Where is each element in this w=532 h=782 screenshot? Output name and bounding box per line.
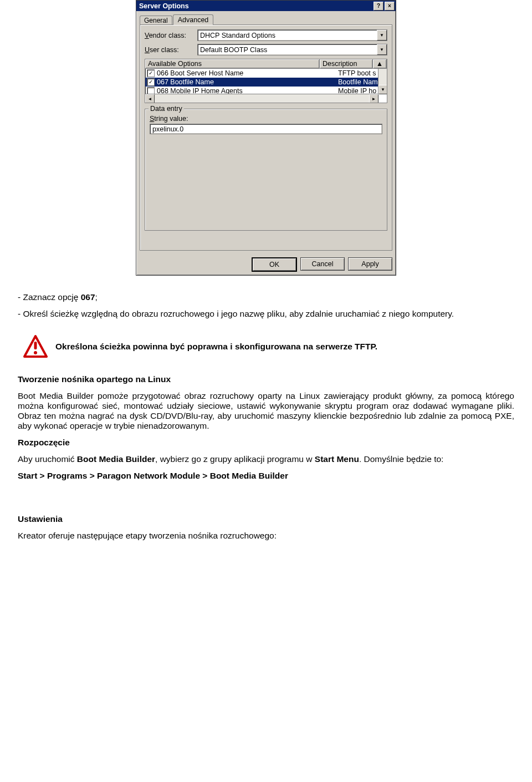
option-label: 067 Bootfile Name xyxy=(157,78,338,86)
string-value-input[interactable]: pxelinux.0 xyxy=(150,124,382,134)
bullet-067: - Zaznacz opcję 067; xyxy=(18,292,514,302)
col-available-options[interactable]: Available Options xyxy=(145,59,320,68)
col-description[interactable]: Description xyxy=(320,59,373,68)
tabs: General Advanced xyxy=(140,14,392,25)
titlebar: Server Options ? × xyxy=(136,1,396,11)
section-title: Tworzenie nośnika opartego na Linux xyxy=(18,374,514,384)
ok-button[interactable]: OK xyxy=(252,257,297,272)
vendor-class-value: DHCP Standard Options xyxy=(200,32,275,39)
help-button[interactable]: ? xyxy=(374,2,383,11)
scroll-down-icon[interactable]: ▼ xyxy=(378,85,387,94)
section-paragraph: Boot Media Builder pomoże przygotować ob… xyxy=(18,391,514,431)
server-options-dialog: Server Options ? × General Advanced Vend… xyxy=(136,0,396,276)
rozpoczecie-heading: Rozpoczęcie xyxy=(18,438,514,448)
window-title: Server Options xyxy=(139,2,372,10)
user-class-combo[interactable]: Default BOOTP Class ▼ xyxy=(197,44,387,55)
start-menu-path: Start > Programs > Paragon Network Modul… xyxy=(18,471,514,481)
horizontal-scrollbar[interactable]: ◄ ► xyxy=(145,94,378,103)
warning-callout: Określona ścieżka powinna być poprawna i… xyxy=(23,334,514,359)
scroll-right-icon[interactable]: ► xyxy=(369,94,378,103)
data-entry-title: Data entry xyxy=(149,105,184,113)
svg-point-2 xyxy=(34,351,37,354)
apply-button[interactable]: Apply xyxy=(348,257,392,271)
available-options-list[interactable]: Available Options Description ▲ 066 Boot… xyxy=(145,59,387,103)
warning-text: Określona ścieżka powinna być poprawna i… xyxy=(55,342,514,352)
tab-advanced[interactable]: Advanced xyxy=(173,14,214,25)
option-row-066[interactable]: 066 Boot Server Host Name TFTP boot s xyxy=(145,69,387,78)
option-label: 066 Boot Server Host Name xyxy=(157,69,338,77)
svg-rect-1 xyxy=(34,342,37,349)
user-class-label: User class: xyxy=(145,46,197,54)
cancel-button[interactable]: Cancel xyxy=(300,257,345,271)
chevron-down-icon[interactable]: ▼ xyxy=(377,30,387,40)
bullet-path: - Określ ścieżkę względną do obrazu rozr… xyxy=(18,309,514,319)
checkbox-066[interactable] xyxy=(147,69,155,77)
user-class-value: Default BOOTP Class xyxy=(200,46,267,54)
ustawienia-heading: Ustawienia xyxy=(18,514,514,524)
scroll-up-icon[interactable]: ▲ xyxy=(373,59,387,68)
chevron-down-icon[interactable]: ▼ xyxy=(377,44,387,55)
tab-panel-advanced: Vendor class: DHCP Standard Options ▼ Us… xyxy=(140,24,392,251)
warning-icon xyxy=(23,334,48,359)
close-button[interactable]: × xyxy=(385,2,395,11)
option-row-067[interactable]: 067 Bootfile Name Bootfile Nam xyxy=(145,78,387,87)
rozpoczecie-paragraph: Aby uruchomić Boot Media Builder, wybier… xyxy=(18,454,514,464)
ustawienia-paragraph: Kreator oferuje następujące etapy tworze… xyxy=(18,531,514,541)
string-value-label: String value: xyxy=(150,115,382,123)
scroll-left-icon[interactable]: ◄ xyxy=(145,94,155,103)
vendor-class-combo[interactable]: DHCP Standard Options ▼ xyxy=(197,29,387,41)
data-entry-group: Data entry String value: pxelinux.0 xyxy=(145,109,387,231)
vertical-scrollbar[interactable]: ▼ xyxy=(378,69,387,94)
checkbox-067[interactable] xyxy=(147,78,155,86)
vendor-class-label: Vendor class: xyxy=(145,32,197,39)
